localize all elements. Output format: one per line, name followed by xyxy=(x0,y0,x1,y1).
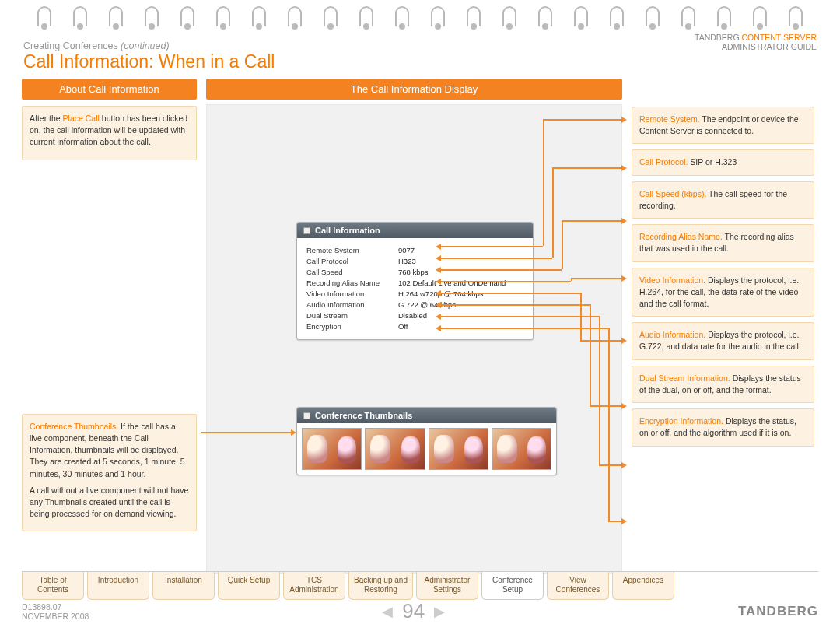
place-call-highlight: Place Call xyxy=(63,114,100,123)
callout-highlight: Audio Information. xyxy=(639,330,705,339)
brand-logo: TANDBERG xyxy=(738,604,818,619)
section-tab[interactable]: Table ofContents xyxy=(22,572,84,600)
info-value: Off xyxy=(398,322,408,331)
section-tab[interactable]: Quick Setup xyxy=(218,572,280,600)
guide-word: ADMINISTRATOR GUIDE xyxy=(722,42,817,51)
callout-highlight: Dual Stream Information. xyxy=(639,373,730,383)
thumbnail-image xyxy=(429,428,488,470)
callout-highlight: Recording Alias Name. xyxy=(639,232,723,241)
breadcrumb: Creating Conferences (continued) xyxy=(23,40,170,51)
section-tab[interactable]: ConferenceSetup xyxy=(481,572,544,600)
brand-word: TANDBERG xyxy=(695,33,740,42)
about-call-info-box: After the Place Call button has been cli… xyxy=(22,106,197,160)
mid-column-header: The Call Information Display xyxy=(206,79,622,100)
callout-box: Video Information. Displays the protocol… xyxy=(632,268,814,317)
thumbnails-panel: Conference Thumbnails xyxy=(296,407,557,475)
thumbnails-panel-header: Conference Thumbnails xyxy=(297,408,556,423)
breadcrumb-section: Creating Conferences xyxy=(23,40,118,51)
section-tab[interactable]: AdministratorSettings xyxy=(416,572,478,600)
info-label: Call Protocol xyxy=(306,257,398,265)
callout-box: Call Speed (kbps). The call speed for th… xyxy=(632,181,814,219)
thumbs-text-b: A call without a live component will not… xyxy=(30,485,189,521)
call-info-title: Call Information xyxy=(315,226,380,235)
doc-meta: D13898.07 NOVEMBER 2008 xyxy=(22,602,89,621)
illustration-area: Call Information Remote System9077Call P… xyxy=(206,104,622,574)
thumbs-highlight: Conference Thumbnails. xyxy=(30,422,118,431)
info-label: Call Speed xyxy=(306,268,398,276)
page-navigator: ◀ 94 ▶ xyxy=(382,599,445,623)
callout-highlight: Video Information. xyxy=(639,275,705,285)
callout-box: Encryption Information. Displays the sta… xyxy=(632,408,814,446)
about-text-a: After the xyxy=(30,114,63,123)
section-tab[interactable]: Introduction xyxy=(87,572,149,600)
info-label: Recording Alias Name xyxy=(306,279,398,287)
thumbnail-image xyxy=(302,428,362,470)
callout-box: Audio Information. Displays the protocol… xyxy=(632,322,814,359)
info-row: Dual StreamDisabled xyxy=(306,310,523,321)
section-tab[interactable]: Appendices xyxy=(612,572,674,600)
callout-text: SIP or H.323 xyxy=(688,157,737,167)
doc-number: D13898.07 xyxy=(22,602,61,612)
callout-box: Call Protocol. SIP or H.323 xyxy=(632,149,814,175)
info-row: Call Speed768 kbps xyxy=(306,266,523,277)
callout-highlight: Encryption Information. xyxy=(639,416,723,426)
callout-box: Remote System. The endpoint or device th… xyxy=(632,107,814,144)
info-row: EncryptionOff xyxy=(306,321,523,331)
info-value: Disabled xyxy=(398,311,427,320)
info-value: H323 xyxy=(398,257,416,265)
left-column-header: About Call Information xyxy=(22,79,197,100)
info-label: Audio Information xyxy=(306,300,398,309)
section-tab[interactable]: ViewConferences xyxy=(547,572,609,600)
product-word: CONTENT SERVER xyxy=(742,33,817,42)
section-tab[interactable]: TCSAdministration xyxy=(283,572,345,600)
info-label: Video Information xyxy=(306,289,398,298)
spiral-binding xyxy=(0,0,840,26)
breadcrumb-suffix: (continued) xyxy=(121,40,170,51)
thumbnail-image xyxy=(492,428,551,470)
info-value: 9077 xyxy=(398,246,415,254)
collapse-icon xyxy=(303,412,310,419)
conference-thumbnails-box: Conference Thumbnails. If the call has a… xyxy=(22,414,197,532)
info-value: 102 Default Live and OnDemand xyxy=(398,279,506,287)
prev-page-icon[interactable]: ◀ xyxy=(382,603,393,620)
doc-id-block: TANDBERG CONTENT SERVER ADMINISTRATOR GU… xyxy=(695,33,817,51)
info-row: Recording Alias Name102 Default Live and… xyxy=(306,277,523,288)
doc-date: NOVEMBER 2008 xyxy=(22,612,89,621)
callout-highlight: Call Speed (kbps). xyxy=(639,189,706,198)
next-page-icon[interactable]: ▶ xyxy=(434,603,445,620)
info-value: 768 kbps xyxy=(398,268,429,276)
thumbnail-image xyxy=(365,428,425,470)
info-label: Dual Stream xyxy=(306,311,398,320)
callout-box: Recording Alias Name. The recording alia… xyxy=(632,224,814,261)
info-label: Encryption xyxy=(306,322,398,331)
info-label: Remote System xyxy=(306,246,398,254)
collapse-icon xyxy=(303,227,310,234)
call-info-panel-header: Call Information xyxy=(297,223,533,238)
section-tab[interactable]: Installation xyxy=(152,572,215,600)
callout-highlight: Call Protocol. xyxy=(639,157,688,167)
thumbnails-title: Conference Thumbnails xyxy=(315,411,412,420)
page-number: 94 xyxy=(402,599,425,623)
callout-highlight: Remote System. xyxy=(639,114,700,124)
page-title: Call Information: When in a Call xyxy=(0,51,840,72)
section-tabs: Table ofContentsIntroductionInstallation… xyxy=(22,571,818,600)
section-tab[interactable]: Backing up andRestoring xyxy=(348,572,413,600)
callout-box: Dual Stream Information. Displays the st… xyxy=(632,366,814,403)
